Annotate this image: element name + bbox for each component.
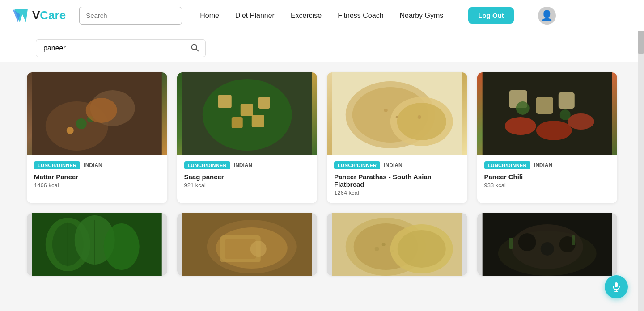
card-image-roti — [327, 213, 467, 276]
svg-rect-53 — [182, 213, 312, 276]
card-kcal-paneer-parathas: 1264 kcal — [334, 189, 460, 196]
card-image-dal-paratha — [177, 213, 318, 276]
logo-icon — [11, 6, 30, 25]
card-image-paneer-chili — [477, 72, 618, 155]
svg-rect-29 — [332, 72, 462, 155]
mic-fab[interactable] — [605, 275, 628, 298]
nav-link-diet-planner[interactable]: Diet Planner — [235, 12, 275, 20]
card-tags-paneer-chili: LUNCH/DINNER INDIAN — [484, 161, 610, 169]
card-keema[interactable] — [477, 213, 618, 276]
mic-icon — [611, 282, 622, 292]
svg-rect-73 — [615, 282, 618, 287]
card-saag-paneer[interactable]: LUNCH/DINNER INDIAN Saag paneer 921 kcal — [177, 72, 318, 203]
card-paneer-parathas[interactable]: LUNCH/DINNER INDIAN Paneer Parathas - So… — [327, 72, 467, 203]
card-image-keema — [477, 213, 618, 276]
card-dal-paratha[interactable] — [177, 213, 318, 276]
card-kcal-paneer-chili: 933 kcal — [484, 182, 610, 189]
nav-links: Home Diet Planner Excercise Fitness Coac… — [200, 7, 633, 25]
meal-tag-mattar-paneer: LUNCH/DINNER — [34, 161, 80, 169]
svg-line-3 — [196, 49, 199, 51]
nav-search-input[interactable] — [79, 7, 182, 25]
card-image-spinach — [27, 213, 167, 276]
card-tags-paneer-parathas: LUNCH/DINNER INDIAN — [334, 161, 460, 169]
main-content: LUNCH/DINNER INDIAN Mattar Paneer 1466 k… — [0, 62, 644, 294]
card-tags-saag-paneer: LUNCH/DINNER INDIAN — [184, 161, 310, 169]
scrollbar-track[interactable] — [638, 0, 644, 311]
svg-rect-39 — [482, 72, 612, 155]
svg-point-44 — [104, 223, 140, 270]
card-roti[interactable] — [327, 213, 467, 276]
nav-link-home[interactable]: Home — [200, 12, 219, 20]
card-title-mattar-paneer: Mattar Paneer — [34, 173, 160, 181]
search-input[interactable] — [41, 40, 188, 57]
search-bar-inner — [36, 39, 206, 57]
card-body-paneer-parathas: LUNCH/DINNER INDIAN Paneer Parathas - So… — [327, 155, 467, 203]
cuisine-tag-paneer-parathas: INDIAN — [384, 162, 402, 168]
cuisine-tag-mattar-paneer: INDIAN — [84, 162, 102, 168]
meal-tag-paneer-parathas: LUNCH/DINNER — [334, 161, 380, 169]
card-mattar-paneer[interactable]: LUNCH/DINNER INDIAN Mattar Paneer 1466 k… — [27, 72, 167, 203]
search-icon — [190, 43, 199, 52]
search-button[interactable] — [188, 41, 201, 56]
logo[interactable]: VCare — [11, 6, 66, 25]
nav-link-excercise[interactable]: Excercise — [291, 12, 322, 20]
search-bar-section — [0, 31, 644, 62]
svg-rect-72 — [482, 213, 612, 276]
meal-tag-saag-paneer: LUNCH/DINNER — [184, 161, 230, 169]
card-title-paneer-parathas: Paneer Parathas - South Asian Flatbread — [334, 173, 460, 188]
cuisine-tag-paneer-chili: INDIAN — [534, 162, 552, 168]
card-image-saag-paneer — [177, 72, 318, 155]
nav-link-fitness-coach[interactable]: Fitness Coach — [338, 12, 383, 20]
svg-rect-20 — [182, 72, 312, 155]
card-image-mattar-paneer — [27, 72, 167, 155]
svg-rect-11 — [32, 72, 162, 155]
logo-text: VCare — [32, 8, 66, 22]
nav-search-wrapper — [79, 7, 182, 25]
card-title-saag-paneer: Saag paneer — [184, 173, 310, 181]
card-kcal-mattar-paneer: 1466 kcal — [34, 182, 160, 189]
card-spinach[interactable] — [27, 213, 167, 276]
card-body-mattar-paneer: LUNCH/DINNER INDIAN Mattar Paneer 1466 k… — [27, 155, 167, 196]
card-body-saag-paneer: LUNCH/DINNER INDIAN Saag paneer 921 kcal — [177, 155, 318, 196]
card-paneer-chili[interactable]: LUNCH/DINNER INDIAN Paneer Chili 933 kca… — [477, 72, 618, 203]
nav-link-nearby-gyms[interactable]: Nearby Gyms — [400, 12, 444, 20]
card-kcal-saag-paneer: 921 kcal — [184, 182, 310, 189]
card-title-paneer-chili: Paneer Chili — [484, 173, 610, 181]
cards-grid-row1: LUNCH/DINNER INDIAN Mattar Paneer 1466 k… — [27, 72, 617, 203]
card-image-paneer-parathas — [327, 72, 467, 155]
logout-button[interactable]: Log Out — [468, 7, 513, 24]
card-body-paneer-chili: LUNCH/DINNER INDIAN Paneer Chili 933 kca… — [477, 155, 618, 196]
avatar[interactable]: 👤 — [538, 7, 556, 25]
svg-rect-62 — [332, 213, 462, 276]
cards-grid-row2 — [27, 213, 617, 276]
cuisine-tag-saag-paneer: INDIAN — [234, 162, 252, 168]
navbar: VCare Home Diet Planner Excercise Fitnes… — [0, 0, 644, 31]
meal-tag-paneer-chili: LUNCH/DINNER — [484, 161, 530, 169]
card-tags-mattar-paneer: LUNCH/DINNER INDIAN — [34, 161, 160, 169]
